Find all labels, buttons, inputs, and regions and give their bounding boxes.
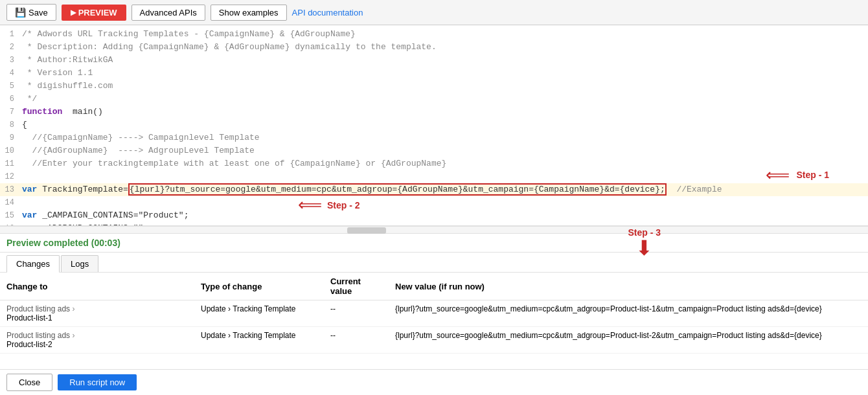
col-current-value: Current value	[324, 273, 389, 300]
line-number: 15	[0, 209, 19, 222]
tab-logs[interactable]: Logs	[61, 255, 98, 272]
results-table: Change to Type of change Current value N…	[0, 273, 868, 354]
line-number: 9	[0, 131, 19, 144]
line-content: * Author:RitwikGA	[19, 54, 868, 67]
bottom-bar: Close Run script now	[0, 369, 868, 395]
cell-current-value: --	[324, 300, 389, 327]
close-button[interactable]: Close	[6, 374, 52, 391]
line-number: 7	[0, 106, 19, 119]
api-documentation-link[interactable]: API documentation	[292, 8, 363, 17]
line-number: 3	[0, 54, 19, 67]
line-content: * Description: Adding {CampaignName} & {…	[19, 41, 868, 54]
change-path-parent: Product listing ads ›	[6, 331, 74, 340]
code-line-13: 13var TrackingTemplate={lpurl}?utm_sourc…	[0, 183, 868, 196]
cell-new-value: {lpurl}?utm_source=google&utm_medium=cpc…	[389, 300, 868, 327]
cell-change-to: Product listing ads ›Product-list-1	[0, 300, 194, 327]
advanced-label: Advanced APIs	[140, 8, 197, 17]
save-button[interactable]: 💾 Save	[6, 4, 56, 21]
tab-changes[interactable]: Changes	[6, 255, 60, 273]
line-content: * digishuffle.com	[19, 80, 868, 93]
code-line-4: 4 * Version 1.1	[0, 67, 868, 80]
col-change-to: Change to	[0, 273, 194, 300]
code-editor[interactable]: 1/* Adwords URL Tracking Templates - {Ca…	[0, 25, 868, 226]
line-content: */	[19, 93, 868, 106]
code-line-8: 8{	[0, 119, 868, 131]
line-number: 2	[0, 41, 19, 54]
line-number: 11	[0, 157, 19, 170]
code-line-12: 12	[0, 170, 868, 183]
line-number: 4	[0, 67, 19, 80]
line-number: 5	[0, 80, 19, 93]
change-path-child: Product-list-1	[6, 313, 52, 322]
line-content: {	[19, 119, 868, 131]
save-label: Save	[29, 8, 48, 17]
preview-status: Preview completed (00:03)	[6, 238, 120, 248]
play-icon: ▶	[71, 8, 76, 17]
line-number: 6	[0, 93, 19, 106]
cell-type-change: Update › Tracking Template	[194, 327, 324, 354]
examples-label: Show examples	[219, 8, 279, 17]
line-content: * Version 1.1	[19, 67, 868, 80]
show-examples-button[interactable]: Show examples	[211, 5, 287, 21]
line-content: //{AdGroupName} ----> AdgroupLevel Templ…	[19, 144, 868, 157]
line-content: /* Adwords URL Tracking Templates - {Cam…	[19, 28, 868, 41]
preview-button[interactable]: ▶ PREVIEW	[62, 5, 126, 21]
line-number: 10	[0, 144, 19, 157]
line-content: var _CAMPAIGN_CONTAINS="Product";	[19, 209, 868, 222]
line-content: var TrackingTemplate={lpurl}?utm_source=…	[19, 183, 868, 196]
line-number: 12	[0, 170, 19, 183]
line-content: //{CampaignName} ----> Campaignlevel Tem…	[19, 131, 868, 144]
cell-type-change: Update › Tracking Template	[194, 300, 324, 327]
code-line-3: 3 * Author:RitwikGA	[0, 54, 868, 67]
code-line-5: 5 * digishuffle.com	[0, 80, 868, 93]
col-type-change: Type of change	[194, 273, 324, 300]
line-number: 14	[0, 196, 19, 209]
cell-current-value: --	[324, 327, 389, 354]
horizontal-scrollbar[interactable]	[0, 226, 868, 234]
table-header-row: Change to Type of change Current value N…	[0, 273, 868, 300]
code-line-9: 9 //{CampaignName} ----> Campaignlevel T…	[0, 131, 868, 144]
code-line-6: 6 */	[0, 93, 868, 106]
code-editor-wrapper: 1/* Adwords URL Tracking Templates - {Ca…	[0, 25, 868, 226]
cell-change-to: Product listing ads ›Product-list-2	[0, 327, 194, 354]
code-line-2: 2 * Description: Adding {CampaignName} &…	[0, 41, 868, 54]
code-line-15: 15var _CAMPAIGN_CONTAINS="Product";	[0, 209, 868, 222]
col-new-value: New value (if run now)	[389, 273, 868, 300]
change-path-child: Product-list-2	[6, 340, 52, 349]
cell-new-value: {lpurl}?utm_source=google&utm_medium=cpc…	[389, 327, 868, 354]
table-row: Product listing ads ›Product-list-2Updat…	[0, 327, 868, 354]
advanced-apis-button[interactable]: Advanced APIs	[131, 5, 205, 21]
change-path-parent: Product listing ads ›	[6, 304, 74, 313]
preview-label: PREVIEW	[78, 8, 117, 17]
run-script-button[interactable]: Run script now	[58, 374, 137, 390]
results-tabs: Changes Logs	[0, 253, 868, 273]
line-content: //Enter your trackingtemplate with at le…	[19, 157, 868, 170]
line-number: 1	[0, 28, 19, 41]
line-content: function main()	[19, 106, 868, 119]
preview-bar: Preview completed (00:03)	[0, 234, 868, 253]
code-line-7: 7function main()	[0, 106, 868, 119]
line-number: 8	[0, 119, 19, 131]
line-number: 13	[0, 183, 19, 196]
code-line-11: 11 //Enter your trackingtemplate with at…	[0, 157, 868, 170]
code-line-14: 14	[0, 196, 868, 209]
save-icon: 💾	[15, 7, 26, 17]
table-row: Product listing ads ›Product-list-1Updat…	[0, 300, 868, 327]
code-line-10: 10 //{AdGroupName} ----> AdgroupLevel Te…	[0, 144, 868, 157]
code-line-1: 1/* Adwords URL Tracking Templates - {Ca…	[0, 28, 868, 41]
scrollbar-thumb[interactable]	[347, 227, 386, 234]
toolbar: 💾 Save ▶ PREVIEW Advanced APIs Show exam…	[0, 0, 868, 25]
